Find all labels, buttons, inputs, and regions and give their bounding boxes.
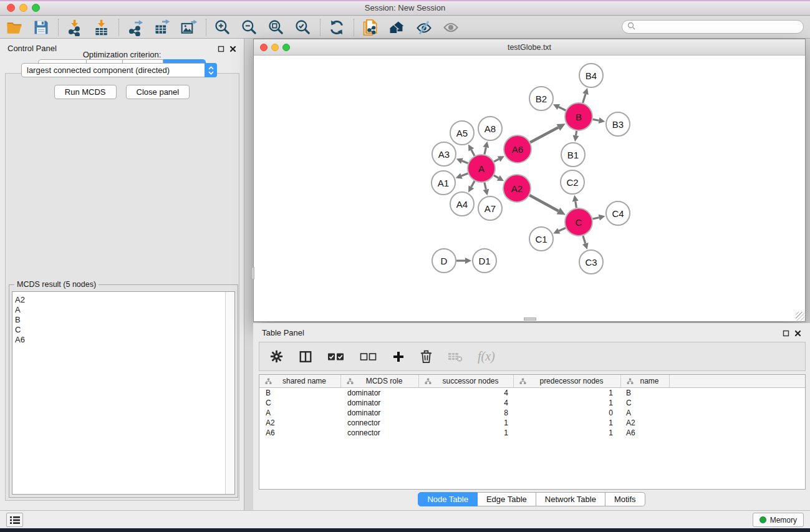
- result-list-item[interactable]: A2: [15, 295, 234, 305]
- refresh-layout-icon[interactable]: [327, 18, 346, 37]
- table-cell[interactable]: A2: [259, 418, 341, 427]
- tab-motifs[interactable]: Motifs: [605, 492, 645, 506]
- deselect-all-icon[interactable]: [360, 352, 377, 362]
- edge-C-C1[interactable]: [553, 228, 566, 233]
- table-cell[interactable]: 1: [514, 389, 621, 397]
- edge-C-C3[interactable]: [582, 236, 589, 249]
- table-cell[interactable]: A6: [259, 428, 341, 437]
- close-panel-button[interactable]: Close panel: [126, 85, 190, 99]
- table-cell[interactable]: 0: [514, 409, 621, 417]
- table-row[interactable]: Bdominator41B: [259, 388, 805, 398]
- task-history-button[interactable]: [6, 513, 23, 527]
- node-A2[interactable]: A2: [503, 175, 531, 202]
- open-file-icon[interactable]: [5, 18, 24, 37]
- splitter-handle-horizontal[interactable]: [524, 317, 536, 321]
- edge-A-A5[interactable]: [468, 144, 475, 155]
- node-A8[interactable]: A8: [478, 117, 502, 140]
- edge-B-B1[interactable]: [573, 131, 579, 142]
- edge-A-A2[interactable]: [494, 175, 504, 181]
- table-cell[interactable]: 1: [514, 418, 621, 427]
- network-window-titlebar[interactable]: testGlobe.txt: [254, 39, 805, 56]
- node-C3[interactable]: C3: [579, 250, 603, 274]
- node-A4[interactable]: A4: [450, 192, 474, 216]
- node-A[interactable]: A: [468, 155, 495, 182]
- table-cell[interactable]: B: [259, 389, 341, 397]
- table-cell[interactable]: 1: [514, 399, 621, 407]
- column-header-predecessor-nodes[interactable]: predecessor nodes: [514, 375, 621, 387]
- table-cell[interactable]: 4: [419, 389, 514, 397]
- table-cell[interactable]: 8: [419, 409, 514, 417]
- close-table-panel-icon[interactable]: [793, 329, 802, 337]
- node-C2[interactable]: C2: [561, 170, 584, 194]
- select-all-icon[interactable]: [327, 352, 345, 362]
- node-B[interactable]: B: [565, 103, 592, 130]
- export-image-icon[interactable]: [180, 18, 198, 37]
- edge-A-A7[interactable]: [483, 182, 489, 195]
- node-A6[interactable]: A6: [504, 135, 531, 163]
- table-cell[interactable]: A6: [621, 428, 670, 437]
- table-cell[interactable]: 1: [419, 428, 514, 437]
- result-list-item[interactable]: C: [15, 325, 234, 335]
- add-row-icon[interactable]: [392, 351, 405, 363]
- zoom-in-icon[interactable]: [213, 18, 232, 37]
- export-table-icon[interactable]: [153, 18, 171, 37]
- table-cell[interactable]: dominator: [341, 399, 419, 407]
- edge-A-A6[interactable]: [494, 156, 504, 162]
- node-D1[interactable]: D1: [473, 249, 496, 273]
- save-session-icon[interactable]: [32, 18, 51, 37]
- eye-icon[interactable]: [441, 18, 460, 37]
- edge-C-C2[interactable]: [572, 195, 579, 208]
- node-A7[interactable]: A7: [478, 196, 502, 220]
- mcds-result-list[interactable]: A2ABCA6: [12, 291, 235, 495]
- column-header-MCDS-role[interactable]: MCDS role: [341, 375, 419, 387]
- edge-A-A3[interactable]: [456, 158, 468, 163]
- hide-panel-eye-icon[interactable]: [415, 18, 433, 37]
- table-cell[interactable]: A2: [621, 418, 670, 427]
- settings-gear-icon[interactable]: [269, 349, 284, 364]
- table-cell[interactable]: connector: [341, 428, 419, 437]
- result-list-item[interactable]: A: [15, 305, 234, 315]
- new-network-icon[interactable]: [361, 18, 380, 37]
- splitter-handle-vertical[interactable]: [251, 267, 254, 279]
- table-cell[interactable]: C: [621, 399, 670, 407]
- table-cell[interactable]: C: [259, 399, 341, 407]
- edge-A-A8[interactable]: [483, 142, 489, 155]
- node-B4[interactable]: B4: [579, 64, 603, 87]
- show-column-dialog-icon[interactable]: [299, 350, 312, 364]
- zoom-out-icon[interactable]: [240, 18, 259, 37]
- node-B2[interactable]: B2: [529, 87, 553, 110]
- search-box[interactable]: [622, 20, 804, 34]
- import-network-icon[interactable]: [65, 18, 84, 37]
- result-list-item[interactable]: A6: [15, 335, 234, 345]
- memory-button[interactable]: Memory: [753, 513, 804, 527]
- table-row[interactable]: A6connector11A6: [259, 428, 805, 438]
- run-mcds-button[interactable]: Run MCDS: [54, 85, 117, 99]
- zoom-selected-icon[interactable]: [294, 18, 312, 37]
- node-A3[interactable]: A3: [432, 142, 456, 166]
- tab-network-table[interactable]: Network Table: [536, 492, 605, 506]
- table-row[interactable]: Adominator80A: [259, 408, 805, 418]
- table-cell[interactable]: dominator: [341, 389, 419, 397]
- table-row[interactable]: A2connector11A2: [259, 418, 805, 428]
- column-header-successor-nodes[interactable]: successor nodes: [419, 375, 514, 387]
- node-C4[interactable]: C4: [606, 201, 630, 225]
- tab-edge-table[interactable]: Edge Table: [478, 492, 536, 506]
- edge-B-B4[interactable]: [582, 88, 589, 103]
- edge-A-A1[interactable]: [456, 173, 468, 178]
- window-resize-grip[interactable]: [796, 312, 804, 321]
- node-B1[interactable]: B1: [561, 143, 585, 167]
- table-cell[interactable]: 1: [419, 418, 514, 427]
- edge-B-B3[interactable]: [593, 117, 605, 123]
- edge-C-C4[interactable]: [592, 215, 605, 221]
- column-header-name[interactable]: name: [621, 375, 670, 387]
- home-icon[interactable]: [388, 18, 407, 37]
- node-C1[interactable]: C1: [529, 227, 553, 251]
- table-cell[interactable]: 1: [514, 428, 621, 437]
- node-D[interactable]: D: [432, 249, 456, 273]
- export-network-icon[interactable]: [126, 18, 145, 37]
- column-header-shared-name[interactable]: shared name: [259, 375, 341, 387]
- edge-A-A4[interactable]: [468, 181, 475, 192]
- node-B3[interactable]: B3: [606, 112, 630, 136]
- table-row[interactable]: Cdominator41C: [259, 398, 805, 408]
- table-cell[interactable]: connector: [341, 418, 419, 427]
